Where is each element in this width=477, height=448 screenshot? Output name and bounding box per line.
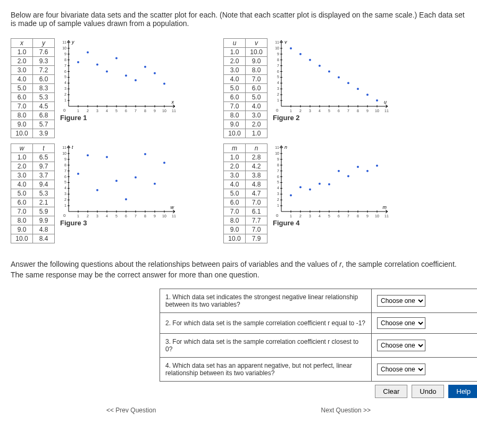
svg-text:9: 9: [154, 109, 156, 113]
data-point: [106, 71, 108, 73]
table-cell: 5.3: [33, 93, 55, 102]
data-table: xy1.07.62.09.33.07.24.06.05.08.36.05.37.…: [11, 38, 55, 138]
table-cell: 8.0: [246, 66, 267, 75]
table-cell: 1.0: [224, 48, 246, 57]
table-cell: 5.9: [33, 207, 55, 216]
table-cell: 5.0: [11, 189, 33, 198]
svg-text:1: 1: [290, 109, 292, 113]
data-point: [357, 166, 359, 168]
svg-text:8: 8: [357, 214, 359, 218]
figure-caption: Figure 1: [59, 113, 176, 122]
svg-text:3: 3: [277, 192, 279, 196]
svg-text:7: 7: [64, 64, 66, 67]
prev-question-link[interactable]: << Prev Question: [106, 407, 156, 414]
svg-text:10: 10: [275, 151, 279, 155]
data-point: [144, 153, 146, 155]
data-point: [135, 79, 137, 81]
svg-text:6: 6: [277, 175, 279, 179]
data-point: [328, 71, 330, 73]
table-cell: 5.7: [33, 120, 55, 129]
data-point: [163, 162, 165, 164]
svg-text:9: 9: [366, 109, 369, 113]
table-cell: 1.0: [11, 153, 33, 162]
svg-text:x: x: [171, 99, 174, 105]
table-cell: 9.0: [224, 225, 246, 234]
table-cell: 6.0: [11, 198, 33, 207]
svg-text:9: 9: [277, 157, 279, 161]
panel-grid: xy1.07.62.09.33.07.24.06.05.08.36.05.37.…: [11, 38, 466, 249]
table-cell: 1.0: [246, 129, 267, 138]
table-cell: 7.7: [246, 216, 267, 225]
next-question-link[interactable]: Next Question >>: [321, 407, 371, 414]
answer-dropdown[interactable]: Choose one: [377, 295, 425, 307]
table-cell: 3.0: [224, 66, 246, 75]
table-cell: 7.9: [246, 234, 267, 243]
button-row: Clear Undo Help: [160, 385, 477, 398]
data-point: [163, 82, 165, 84]
data-panel: xy1.07.62.09.33.07.24.06.05.08.36.05.37.…: [11, 38, 223, 138]
svg-text:7: 7: [347, 109, 349, 113]
svg-text:6: 6: [338, 214, 340, 218]
table-cell: 4.2: [246, 162, 267, 171]
data-point: [328, 183, 330, 185]
table-cell: 1.0: [224, 153, 246, 162]
answer-dropdown[interactable]: Choose one: [377, 364, 425, 375]
svg-text:8: 8: [64, 58, 66, 62]
svg-text:4: 4: [106, 109, 108, 113]
question-text: 1. Which data set indicates the stronges…: [160, 289, 372, 313]
scatter-plot: 112233445566778899101011110wt: [59, 143, 176, 218]
svg-text:1: 1: [64, 98, 66, 102]
svg-text:2: 2: [277, 92, 279, 96]
svg-text:11: 11: [172, 214, 176, 218]
table-cell: 3.0: [246, 111, 267, 120]
svg-text:11: 11: [62, 40, 66, 44]
svg-text:11: 11: [62, 146, 66, 149]
svg-text:2: 2: [87, 214, 89, 218]
table-cell: 7.6: [33, 48, 55, 57]
table-cell: 9.0: [11, 120, 33, 129]
svg-text:2: 2: [299, 214, 302, 218]
svg-text:7: 7: [64, 169, 66, 173]
svg-text:10: 10: [162, 109, 166, 113]
svg-text:4: 4: [319, 214, 321, 218]
clear-button[interactable]: Clear: [375, 385, 407, 398]
table-cell: 4.8: [33, 225, 55, 234]
svg-text:5: 5: [64, 180, 66, 184]
col-header: n: [246, 144, 267, 153]
answer-dropdown[interactable]: Choose one: [377, 317, 425, 329]
question-text: 2. For which data set is the sample corr…: [160, 313, 372, 334]
data-point: [115, 57, 118, 59]
undo-button[interactable]: Undo: [412, 385, 444, 398]
help-button[interactable]: Help: [448, 385, 477, 398]
table-cell: 9.0: [11, 225, 33, 234]
svg-text:8: 8: [277, 58, 279, 62]
data-point: [154, 183, 156, 185]
svg-text:4: 4: [106, 214, 108, 218]
table-cell: 5.0: [224, 189, 246, 198]
data-point: [87, 154, 89, 156]
table-cell: 10.0: [224, 234, 246, 243]
table-cell: 3.0: [224, 171, 246, 180]
table-cell: 9.0: [224, 120, 246, 129]
table-cell: 8.4: [33, 234, 55, 243]
svg-text:5: 5: [115, 214, 118, 218]
svg-text:8: 8: [144, 109, 146, 113]
table-cell: 6.0: [246, 84, 267, 93]
data-table: mn1.02.82.04.23.03.84.04.85.04.76.07.07.…: [223, 143, 267, 243]
table-cell: 5.0: [11, 84, 33, 93]
table-cell: 6.0: [224, 93, 246, 102]
data-point: [366, 170, 369, 172]
answer-dropdown[interactable]: Choose one: [377, 340, 425, 351]
table-cell: 6.5: [33, 153, 55, 162]
svg-text:10: 10: [275, 46, 279, 50]
svg-text:11: 11: [275, 40, 279, 44]
svg-text:3: 3: [96, 214, 98, 218]
svg-text:10: 10: [62, 151, 66, 155]
data-point: [290, 47, 292, 49]
table-cell: 7.0: [246, 225, 267, 234]
svg-text:9: 9: [64, 157, 66, 161]
svg-text:7: 7: [135, 214, 137, 218]
data-panel: mn1.02.82.04.23.03.84.04.85.04.76.07.07.…: [223, 143, 436, 243]
svg-text:5: 5: [328, 214, 330, 218]
table-cell: 9.3: [33, 57, 55, 66]
